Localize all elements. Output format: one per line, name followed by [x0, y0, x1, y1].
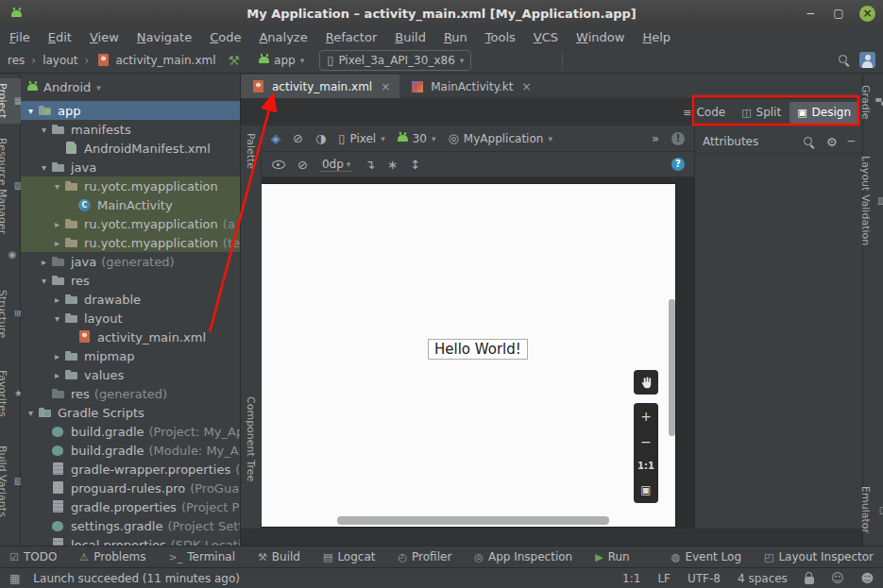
face-icon[interactable]: ☻	[860, 571, 874, 585]
mode-design[interactable]: ▣ Design	[790, 102, 858, 124]
tab-mainactivity-kt[interactable]: MainActivity.kt ×	[399, 75, 540, 98]
blueprint-icon[interactable]: ⊘	[293, 131, 303, 145]
indent-indicator[interactable]: 4 spaces	[738, 572, 788, 585]
tree-row[interactable]: ▾ ru.yotc.myapplication	[21, 176, 240, 195]
gear-icon[interactable]: ⚙	[826, 135, 838, 149]
tree-row[interactable]: build.gradle (Project: My_Ap	[21, 422, 240, 441]
toolwindow-event-log[interactable]: ◍ Event Log	[671, 550, 741, 563]
toolbar-overflow-icon[interactable]: »	[652, 131, 659, 145]
pin-icon[interactable]: ◉	[2, 248, 19, 260]
tree-row[interactable]: ▾ layout	[21, 309, 240, 328]
hide-panel-icon[interactable]: ─	[848, 135, 855, 148]
menu-item[interactable]: Edit	[48, 30, 72, 44]
pan-button[interactable]	[634, 370, 658, 395]
tree-row[interactable]: local.properties (SDK Locati	[21, 535, 240, 546]
tree-chevron-icon[interactable]: ▸	[38, 257, 50, 267]
component-tree-tab[interactable]: Component Tree	[245, 396, 257, 481]
toolwindow-layout-inspector[interactable]: ◰ Layout Inspector	[764, 550, 874, 563]
menu-item[interactable]: View	[90, 30, 119, 44]
mode-code[interactable]: ≡ Code	[675, 102, 733, 124]
line-ending-indicator[interactable]: LF	[657, 572, 671, 585]
device-select[interactable]: ▯ Pixel_3a_API_30_x86 ▾	[319, 50, 471, 71]
close-button[interactable]: ×	[859, 6, 875, 22]
tree-row[interactable]: ▸ mipmap	[21, 346, 240, 365]
tree-row[interactable]: ▸ drawable	[21, 290, 240, 309]
clear-constraints-icon[interactable]: ↴	[365, 158, 375, 172]
tree-row[interactable]: ▸ java (generated)	[21, 252, 240, 271]
device-in-editor-select[interactable]: ▯ Pixel ▾	[338, 131, 384, 145]
project-view-selector[interactable]: Android	[43, 80, 91, 94]
help-icon[interactable]: ?	[671, 158, 685, 171]
device-canvas[interactable]: Hello World!	[262, 184, 675, 527]
toolwindow-terminal[interactable]: >_ Terminal	[169, 550, 235, 563]
palette-tab[interactable]: Palette	[245, 133, 257, 169]
minimize-button[interactable]: −	[803, 7, 818, 20]
tree-chevron-icon[interactable]: ▾	[38, 125, 50, 135]
tree-chevron-icon[interactable]: ▸	[51, 294, 63, 305]
zoom-indicator[interactable]: 1:1	[622, 572, 640, 585]
breadcrumb-item[interactable]: › layout	[25, 53, 77, 68]
menu-item[interactable]: Refactor	[326, 30, 378, 44]
tree-row[interactable]: ▾ res	[21, 271, 240, 290]
lock-icon[interactable]	[805, 577, 814, 584]
view-options-icon[interactable]	[271, 158, 285, 171]
tree-chevron-icon[interactable]: ▾	[25, 408, 37, 418]
menu-item[interactable]: Window	[576, 30, 624, 44]
menu-item[interactable]: Help	[642, 30, 671, 44]
tree-row[interactable]: ▸ ru.yotc.myapplication (tes	[21, 233, 240, 252]
toolwindow-run[interactable]: ▶ Run	[595, 550, 629, 563]
tree-row[interactable]: settings.gradle (Project Setti	[21, 516, 240, 535]
menu-item[interactable]: Code	[210, 30, 241, 44]
maximize-button[interactable]: ▢	[831, 7, 846, 20]
breadcrumb-item[interactable]: › activity_main.xml	[78, 53, 216, 68]
horizontal-scrollbar[interactable]	[337, 516, 609, 525]
zoom-in-button[interactable]: +	[640, 410, 652, 423]
tree-chevron-icon[interactable]: ▸	[51, 370, 63, 380]
pack-controls-icon[interactable]: ↕	[410, 158, 420, 172]
menu-item[interactable]: Build	[395, 30, 426, 44]
search-everywhere-icon[interactable]	[837, 53, 851, 67]
tree-row[interactable]: res (generated)	[21, 384, 240, 403]
issue-indicator-icon[interactable]: !	[671, 132, 685, 145]
tree-chevron-icon[interactable]: ▸	[51, 238, 63, 248]
toolwindow-gradle[interactable]: ▞ Gradle	[858, 80, 883, 125]
close-tab-icon[interactable]: ×	[522, 80, 532, 93]
zoom-level[interactable]: 1:1	[637, 461, 654, 471]
tree-row[interactable]: ▸ ru.yotc.myapplication (a	[21, 214, 240, 233]
search-icon[interactable]	[802, 135, 816, 149]
toolwindow-switcher-icon[interactable]: ▦	[9, 572, 20, 585]
api-version-select[interactable]: 30 ▾	[398, 132, 436, 145]
tree-row[interactable]: ▸ values	[21, 365, 240, 384]
close-tab-icon[interactable]: ×	[381, 80, 390, 93]
tree-row[interactable]: build.gradle (Module: My_Ap	[21, 441, 240, 460]
toolwindow-build[interactable]: ⚒ Build	[258, 550, 300, 563]
design-surface-icon[interactable]: ◈	[271, 131, 280, 145]
toolwindow-profiler[interactable]: ◴ Profiler	[398, 550, 451, 563]
menu-item[interactable]: Navigate	[137, 30, 192, 44]
tree-row[interactable]: MainActivity	[21, 195, 240, 214]
tree-row[interactable]: AndroidManifest.xml	[21, 139, 240, 158]
tree-row[interactable]: gradle.properties (Project Pr	[21, 497, 240, 516]
tree-chevron-icon[interactable]: ▾	[51, 313, 63, 324]
default-margins-button[interactable]: 0dp ▾	[320, 158, 352, 172]
tree-row[interactable]: ▾ app	[21, 101, 240, 120]
build-hammer-icon[interactable]: ⚒	[229, 53, 241, 68]
vertical-scrollbar[interactable]	[669, 299, 675, 436]
tab-activity-main-xml[interactable]: activity_main.xml ×	[241, 75, 399, 98]
toolwindow-todo[interactable]: ☑ TODO	[9, 550, 57, 563]
tree-chevron-icon[interactable]: ▾	[25, 106, 37, 116]
tree-row[interactable]: proguard-rules.pro (ProGuar	[21, 479, 240, 497]
tree-row[interactable]: ▾ java	[21, 158, 240, 176]
menu-item[interactable]: File	[9, 30, 30, 44]
zoom-to-fit-button[interactable]: ▣	[640, 483, 651, 496]
theme-select[interactable]: ◎ MyApplication ▾	[449, 131, 552, 145]
tree-chevron-icon[interactable]: ▸	[51, 219, 63, 229]
toolwindow-app-inspection[interactable]: ◎ App Inspection	[474, 550, 572, 563]
toolwindow-logcat[interactable]: ▤ Logcat	[323, 550, 376, 563]
run-configuration-select[interactable]: app ▾	[252, 51, 311, 70]
autoconnect-off-icon[interactable]: ⊘	[297, 158, 308, 172]
menu-item[interactable]: Run	[444, 30, 467, 44]
tree-row[interactable]: gradle-wrapper.properties (	[21, 460, 240, 479]
tree-row[interactable]: ▾ manifests	[21, 120, 240, 139]
tree-chevron-icon[interactable]: ▾	[38, 276, 50, 286]
